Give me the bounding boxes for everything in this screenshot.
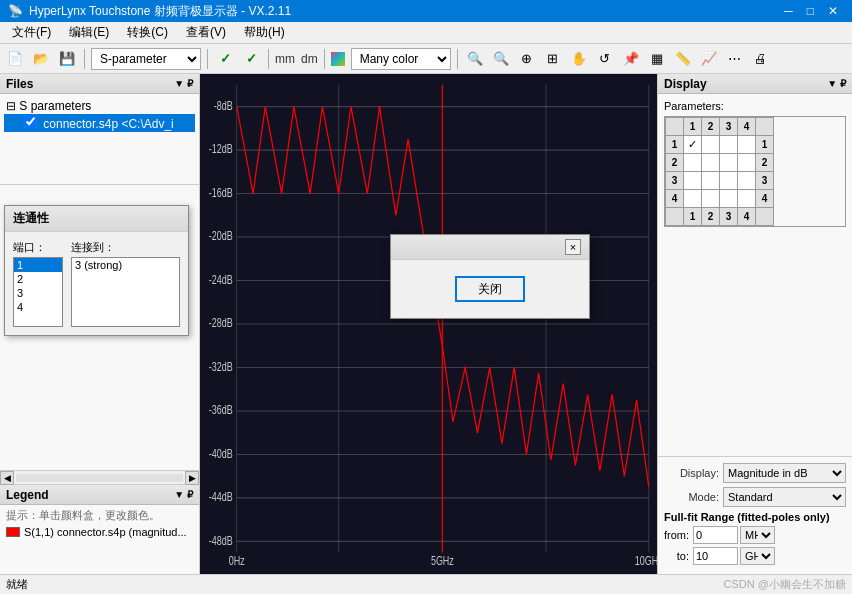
svg-text:-20dB: -20dB — [209, 229, 233, 243]
grid-row-1: 1 — [666, 136, 684, 154]
close-button[interactable]: ✕ — [822, 3, 844, 19]
scroll-right-btn[interactable]: ▶ — [185, 471, 199, 485]
grid-bot-corner — [666, 208, 684, 226]
modal-close-button[interactable]: × — [565, 239, 581, 255]
menu-help[interactable]: 帮助(H) — [236, 22, 293, 43]
connectivity-title: 连通性 — [5, 206, 188, 232]
menu-view[interactable]: 查看(V) — [178, 22, 234, 43]
new-button[interactable]: 📄 — [4, 48, 26, 70]
h-scrollbar[interactable]: ◀ ▶ — [0, 470, 199, 484]
svg-text:-44dB: -44dB — [209, 490, 233, 504]
toolbar: 📄 📂 💾 S-parameter ✓ ✓ mm dm Many color 🔍… — [0, 44, 852, 74]
grid-cell-4-2[interactable] — [702, 190, 720, 208]
tree-root[interactable]: ⊟ S parameters — [4, 98, 195, 114]
file-checkbox[interactable] — [24, 115, 37, 128]
watermark-text: CSDN @小幽会生不加糖 — [724, 577, 846, 592]
minimize-button[interactable]: ─ — [778, 3, 799, 19]
tree-child[interactable]: connector.s4p <C:\Adv_i — [4, 114, 195, 132]
from-unit-combo[interactable]: MHz — [740, 526, 775, 544]
grid-row-3-right: 3 — [756, 172, 774, 190]
maximize-button[interactable]: □ — [801, 3, 820, 19]
open-button[interactable]: 📂 — [30, 48, 52, 70]
menu-convert[interactable]: 转换(C) — [119, 22, 176, 43]
from-row: from: MHz — [664, 526, 846, 544]
scroll-left-btn[interactable]: ◀ — [0, 471, 14, 485]
title-bar-left: 📡 HyperLynx Touchstone 射频背极显示器 - VX.2.11 — [8, 3, 291, 20]
status-text: 就绪 — [6, 577, 28, 592]
line-button[interactable]: 📈 — [698, 48, 720, 70]
separator-3 — [268, 49, 269, 69]
grid-button[interactable]: ▦ — [646, 48, 668, 70]
title-bar: 📡 HyperLynx Touchstone 射频背极显示器 - VX.2.11… — [0, 0, 852, 22]
display-settings: Display: Magnitude in dB Mode: Standard … — [658, 456, 852, 574]
display-combo[interactable]: Magnitude in dB — [723, 463, 846, 483]
legend-hint: 提示：单击颜料盒，更改颜色。 — [6, 508, 193, 523]
grid-cell-1-3[interactable] — [720, 136, 738, 154]
svg-text:-36dB: -36dB — [209, 403, 233, 417]
status-bar: 就绪 CSDN @小幽会生不加糖 — [0, 574, 852, 594]
grid-cell-1-4[interactable] — [738, 136, 756, 154]
zoom-all-button[interactable]: ⊞ — [542, 48, 564, 70]
svg-text:-12dB: -12dB — [209, 142, 233, 156]
grid-cell-1-2[interactable] — [702, 136, 720, 154]
modal-ok-button[interactable]: 关闭 — [455, 276, 525, 302]
mode-combo[interactable]: Standard — [723, 487, 846, 507]
grid-cell-2-1[interactable] — [684, 154, 702, 172]
files-pin[interactable]: ▼ ₽ — [174, 78, 193, 89]
grid-cell-2-3[interactable] — [720, 154, 738, 172]
menu-edit[interactable]: 编辑(E) — [61, 22, 117, 43]
port-list-box: 1 2 3 4 — [13, 257, 63, 327]
grid-bot-col-1: 1 — [684, 208, 702, 226]
window-title: HyperLynx Touchstone 射频背极显示器 - VX.2.11 — [29, 3, 291, 20]
zoom-fit-button[interactable]: ⊕ — [516, 48, 538, 70]
grid-cell-2-4[interactable] — [738, 154, 756, 172]
to-input[interactable] — [693, 547, 738, 565]
port-item-3[interactable]: 3 — [14, 286, 62, 300]
save-button[interactable]: 💾 — [56, 48, 78, 70]
app-icon: 📡 — [8, 4, 23, 18]
grid-cell-1-1[interactable]: ✓ — [684, 136, 702, 154]
check2-button[interactable]: ✓ — [240, 48, 262, 70]
grid-cell-3-2[interactable] — [702, 172, 720, 190]
from-input[interactable] — [693, 526, 738, 544]
chart-container[interactable]: -8dB -12dB -16dB -20dB -24dB -28dB -32dB… — [200, 74, 657, 574]
zoom-in-button[interactable]: 🔍 — [464, 48, 486, 70]
window-controls[interactable]: ─ □ ✕ — [778, 3, 844, 19]
to-unit-combo[interactable]: GHz — [740, 547, 775, 565]
connectivity-dialog: 连通性 端口： 1 2 3 4 连接到： 3 (s — [4, 205, 189, 336]
measure-button[interactable]: 📏 — [672, 48, 694, 70]
grid-cell-3-1[interactable] — [684, 172, 702, 190]
display-setting-label: Display: — [664, 467, 719, 479]
grid-col-3: 3 — [720, 118, 738, 136]
grid-cell-4-1[interactable] — [684, 190, 702, 208]
grid-cell-4-4[interactable] — [738, 190, 756, 208]
mode-setting-row: Mode: Standard — [664, 487, 846, 507]
marker-button[interactable]: 📌 — [620, 48, 642, 70]
display-pin[interactable]: ▼ ₽ — [827, 78, 846, 89]
port-item-4[interactable]: 4 — [14, 300, 62, 314]
grid-cell-3-3[interactable] — [720, 172, 738, 190]
grid-cell-3-4[interactable] — [738, 172, 756, 190]
print-button[interactable]: 🖨 — [750, 48, 772, 70]
port-item-1[interactable]: 1 — [14, 258, 62, 272]
color-combo[interactable]: Many color — [351, 48, 451, 70]
sparameter-combo[interactable]: S-parameter — [91, 48, 201, 70]
check1-button[interactable]: ✓ — [214, 48, 236, 70]
grid-cell-2-2[interactable] — [702, 154, 720, 172]
port-item-2[interactable]: 2 — [14, 272, 62, 286]
grid-row-2: 2 — [666, 154, 684, 172]
to-label: to: — [664, 550, 689, 562]
grid-cell-4-3[interactable] — [720, 190, 738, 208]
grid-bot-col-2: 2 — [702, 208, 720, 226]
dots-button[interactable]: ⋯ — [724, 48, 746, 70]
reset-button[interactable]: ↺ — [594, 48, 616, 70]
zoom-out-button[interactable]: 🔍 — [490, 48, 512, 70]
legend-pin[interactable]: ▼ ₽ — [174, 489, 193, 500]
connect-item-1[interactable]: 3 (strong) — [72, 258, 179, 272]
expand-icon: ⊟ — [6, 99, 19, 113]
param-label: Parameters: — [664, 100, 846, 112]
legend-color-1[interactable] — [6, 527, 20, 537]
pan-button[interactable]: ✋ — [568, 48, 590, 70]
menu-file[interactable]: 文件(F) — [4, 22, 59, 43]
display-setting-row: Display: Magnitude in dB — [664, 463, 846, 483]
